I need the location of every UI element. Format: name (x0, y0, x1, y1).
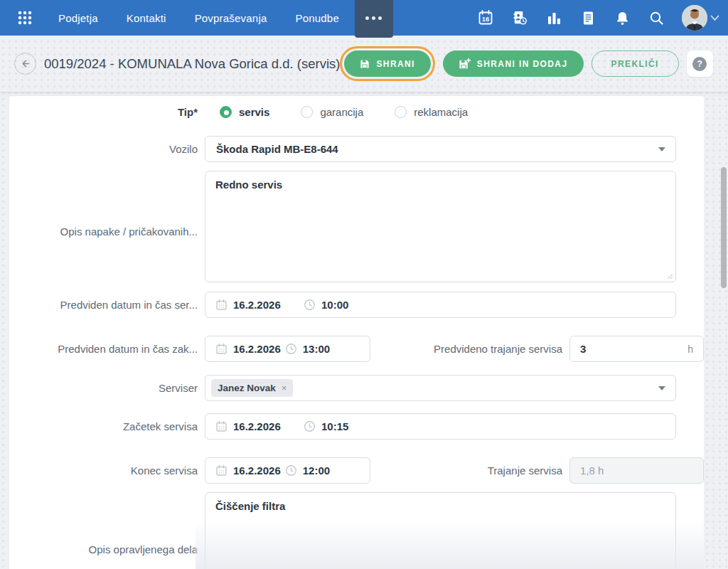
user-avatar (682, 5, 707, 31)
cancel-button[interactable]: PREKLIČI (592, 50, 679, 77)
predviden-zacetek-datetime[interactable]: 16.2.2026 10:00 (205, 292, 676, 318)
calendar-icon (215, 299, 228, 311)
service-form-card: Tip* servis garancija reklamacija Vozilo… (9, 96, 704, 569)
page-title: 0019/2024 - KOMUNALA Nova Gorica d.d. (s… (44, 56, 340, 72)
zacetek-servisa-datetime[interactable]: 16.2.2026 10:15 (205, 413, 676, 440)
vozilo-value: Škoda Rapid MB-E8-644 (216, 143, 338, 155)
nav-more-tab[interactable] (355, 0, 393, 38)
vozilo-select[interactable]: Škoda Rapid MB-E8-644 (205, 136, 676, 162)
zacetek-servisa-label: Začetek servisa (9, 420, 198, 432)
clock-icon (304, 420, 316, 432)
predvideno-trajanje-label: Predvideno trajanje servisa (370, 343, 562, 355)
clock-icon (285, 464, 297, 477)
predviden-konec-datetime[interactable]: 16.2.2026 13:00 (205, 336, 370, 362)
opis-dela-textarea[interactable]: Čiščenje filtra (205, 492, 676, 569)
row-predviden-zacetek: Predviden datum in čas ser... 16.2.2026 … (9, 292, 704, 318)
predviden-zacetek-time[interactable]: 10:00 (321, 299, 348, 311)
nav-item-ponudbe[interactable]: Ponudbe (281, 0, 353, 36)
row-predviden-konec: Predviden datum in čas zak... 16.2.2026 … (9, 336, 704, 362)
row-opis-dela: Opis opravljenega dela Čiščenje filtra (9, 492, 704, 569)
arrow-left-icon (19, 58, 31, 70)
opis-napake-value: Redno servis (215, 179, 282, 191)
nav-item-kontakti[interactable]: Kontakti (112, 0, 181, 36)
save-and-add-button[interactable]: SHRANI IN DODAJ (443, 50, 584, 77)
konec-servisa-label: Konec servisa (9, 464, 198, 477)
radio-label-reklamacija: reklamacija (414, 106, 468, 118)
chevron-down-icon (710, 15, 719, 21)
serviser-label: Serviser (9, 382, 198, 394)
remove-tag-icon[interactable]: × (282, 383, 287, 393)
question-mark-icon: ? (692, 57, 707, 71)
save-button[interactable]: SHRANI (344, 50, 430, 77)
help-button[interactable]: ? (687, 50, 713, 77)
user-menu[interactable] (682, 5, 719, 31)
topbar-icons: 16 (477, 5, 728, 31)
predvideno-trajanje-input[interactable]: 3 h (569, 336, 704, 362)
radio-garancija[interactable]: garancija (301, 106, 363, 118)
page-header: 0019/2024 - KOMUNALA Nova Gorica d.d. (s… (0, 36, 728, 92)
radio-circle-reklamacija (395, 106, 407, 118)
resize-handle-icon[interactable] (667, 273, 673, 280)
opis-dela-value: Čiščenje filtra (215, 500, 285, 512)
zacetek-servisa-date[interactable]: 16.2.2026 (233, 420, 289, 432)
clock-icon (285, 343, 297, 355)
konec-servisa-time[interactable]: 12:00 (303, 464, 330, 477)
serviser-tag: Janez Novak × (211, 379, 293, 397)
radio-servis[interactable]: servis (220, 106, 269, 118)
predviden-konec-time[interactable]: 13:00 (303, 343, 330, 355)
radio-label-servis: servis (239, 106, 269, 118)
clock-icon (304, 299, 316, 311)
vozilo-label: Vozilo (9, 143, 198, 155)
save-button-label: SHRANI (376, 59, 414, 69)
konec-servisa-date[interactable]: 16.2.2026 (233, 464, 281, 477)
calendar-icon (215, 464, 228, 477)
bar-chart-icon[interactable] (545, 9, 562, 26)
opis-napake-label: Opis napake / pričakovanih... (9, 225, 198, 238)
trajanje-servisa-value: 1,8 h (580, 464, 604, 477)
opis-napake-textarea[interactable]: Redno servis (205, 171, 676, 282)
documents-icon[interactable] (579, 9, 596, 26)
row-tip: Tip* servis garancija reklamacija (9, 99, 704, 124)
predvideno-trajanje-value: 3 (580, 343, 687, 355)
row-vozilo: Vozilo Škoda Rapid MB-E8-644 (9, 136, 704, 162)
search-icon[interactable] (648, 9, 665, 26)
opis-dela-label: Opis opravljenega dela (9, 543, 198, 555)
row-serviser: Serviser Janez Novak × (9, 375, 704, 401)
trajanje-servisa-label: Trajanje servisa (370, 464, 562, 477)
row-opis-napake: Opis napake / pričakovanih... Redno serv… (9, 171, 704, 292)
main-nav: Podjetja Kontakti Povpraševanja Ponudbe (44, 0, 393, 36)
serviser-multiselect[interactable]: Janez Novak × (205, 375, 676, 401)
konec-servisa-datetime[interactable]: 16.2.2026 12:00 (205, 457, 370, 484)
save-plus-icon (459, 58, 471, 70)
calendar-icon[interactable]: 16 (477, 9, 494, 26)
row-zacetek-servisa: Začetek servisa 16.2.2026 10:15 (9, 413, 704, 440)
radio-circle-servis (220, 106, 232, 118)
row-konec-servisa: Konec servisa 16.2.2026 12:00 Trajanje s… (9, 457, 704, 484)
dropdown-arrow-icon (658, 147, 665, 151)
predviden-zacetek-date[interactable]: 16.2.2026 (233, 299, 289, 311)
vertical-scrollbar[interactable] (721, 167, 727, 288)
predviden-zacetek-label: Predviden datum in čas ser... (9, 299, 198, 311)
header-actions: SHRANI SHRANI IN DODAJ PREKLIČI ? (340, 46, 712, 81)
tip-label: Tip* (9, 106, 198, 118)
predviden-konec-date[interactable]: 16.2.2026 (233, 343, 281, 355)
calendar-icon (215, 420, 228, 432)
recent-contacts-icon[interactable] (511, 9, 528, 26)
save-icon (360, 59, 370, 69)
radio-reklamacija[interactable]: reklamacija (395, 106, 468, 118)
back-button[interactable] (14, 53, 36, 75)
radio-label-garancija: garancija (320, 106, 363, 118)
calendar-icon (215, 343, 228, 355)
apps-grid-icon (17, 10, 33, 26)
predvideno-trajanje-unit: h (687, 344, 693, 355)
tip-radio-group: servis garancija reklamacija (205, 106, 468, 118)
radio-circle-garancija (301, 106, 313, 118)
bell-icon[interactable] (614, 9, 631, 26)
apps-grid-icon[interactable] (16, 9, 34, 27)
nav-item-povprasevanja[interactable]: Povpraševanja (181, 0, 282, 36)
serviser-tag-name: Janez Novak (218, 383, 276, 393)
trajanje-servisa-readonly: 1,8 h (569, 457, 704, 484)
nav-item-podjetja[interactable]: Podjetja (44, 0, 112, 36)
svg-text:16: 16 (482, 15, 490, 23)
zacetek-servisa-time[interactable]: 10:15 (321, 420, 348, 432)
